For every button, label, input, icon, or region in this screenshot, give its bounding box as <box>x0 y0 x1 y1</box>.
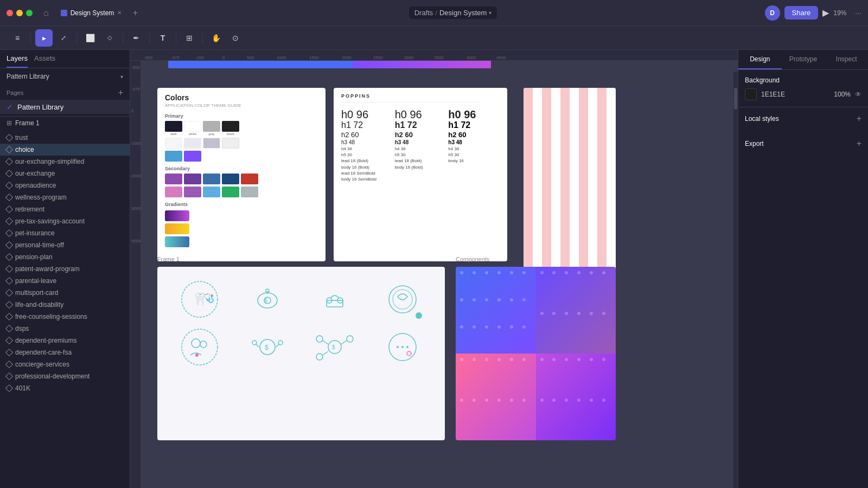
home-icon[interactable]: ⌂ <box>43 8 49 18</box>
active-tab[interactable]: Design System ✕ <box>54 4 129 22</box>
add-export-button[interactable]: + <box>857 139 861 149</box>
svg-point-25 <box>316 336 323 342</box>
health-icon: 🦷 🩺 <box>181 280 219 318</box>
layer-item[interactable]: choice <box>0 144 130 156</box>
layer-item[interactable]: pre-tax-savings-account <box>0 215 130 227</box>
more-icon[interactable]: ··· <box>855 9 861 17</box>
layer-item[interactable]: retirement <box>0 203 130 215</box>
layer-item[interactable]: pension-plan <box>0 251 130 263</box>
page-item-pattern-library[interactable]: ✓ Pattern Library <box>0 100 130 114</box>
minimize-button[interactable] <box>16 10 23 16</box>
pattern-library-chevron[interactable]: ▾ <box>120 74 123 80</box>
close-button[interactable] <box>7 10 13 16</box>
toolbar-right: D Share ▶ 19% ··· <box>765 5 861 21</box>
layer-item[interactable]: professional-development <box>0 370 130 382</box>
swatch-item <box>241 187 258 197</box>
scale-tool[interactable]: ⤢ <box>55 29 72 47</box>
frame-frame1[interactable]: 🦷 🩺 $ <box>157 267 445 440</box>
layer-item[interactable]: openaudience <box>0 179 130 191</box>
tab-inspect[interactable]: Inspect <box>825 50 868 69</box>
add-page-button[interactable]: + <box>118 88 123 98</box>
layer-item[interactable]: patent-award-program <box>0 263 130 275</box>
icon-group-6: $ <box>248 328 286 366</box>
tab-prototype[interactable]: Prototype <box>782 50 825 69</box>
canvas-area[interactable]: -500 -375 -250 0 500 1000 1500 2000 2500… <box>130 50 738 488</box>
svg-point-34 <box>406 346 409 348</box>
dot <box>522 358 526 361</box>
layer-item[interactable]: 401K <box>0 382 130 394</box>
visibility-icon[interactable]: 👁 <box>855 91 861 98</box>
dot <box>510 298 513 301</box>
font-small: h4 36h5 30lead 18 (Bold)body 16 (Bold)le… <box>341 146 393 182</box>
tab-design[interactable]: Design <box>738 50 782 69</box>
icon-group-8 <box>381 325 424 369</box>
layer-item[interactable]: our-exchange-simplified <box>0 156 130 168</box>
layer-item[interactable]: dependent-care-fsa <box>0 346 130 358</box>
frame-colors[interactable]: Colors APPLICATION COLOR THEME GUIDE Pri… <box>157 88 326 261</box>
bg-color-swatch[interactable] <box>745 88 757 100</box>
font-h0-bolder: h0 96 <box>448 109 500 120</box>
tool-separator-6 <box>202 33 203 43</box>
canvas-vertical-scrollbar[interactable] <box>733 72 738 488</box>
tab-label: Design System <box>71 9 114 17</box>
menu-button[interactable]: ≡ <box>9 29 26 47</box>
tab-close-icon[interactable]: ✕ <box>117 10 122 16</box>
layer-item[interactable]: dependent-premiums <box>0 335 130 346</box>
tab-assets[interactable]: Assets <box>34 54 55 68</box>
search-tool[interactable]: ⊙ <box>227 29 244 47</box>
frame-stripes[interactable] <box>524 88 616 280</box>
svg-text:$: $ <box>264 298 267 304</box>
dots-pattern-3 <box>456 354 536 440</box>
layer-label: professional-development <box>15 373 90 380</box>
shape-tool[interactable]: ◇ <box>101 29 118 47</box>
layer-item[interactable]: life-and-disability <box>0 299 130 311</box>
dots-pattern-4 <box>536 354 616 440</box>
ruler-mark: -375 <box>171 55 180 60</box>
breadcrumb-drafts[interactable]: Drafts <box>414 9 433 17</box>
layer-item[interactable]: multisport-card <box>0 287 130 299</box>
scrollbar-thumb[interactable] <box>734 88 737 110</box>
add-local-style-button[interactable]: + <box>857 114 861 124</box>
layer-item[interactable]: dsps <box>0 323 130 335</box>
pages-section: Pages + ✓ Pattern Library <box>0 85 130 117</box>
components-tool[interactable]: ⊞ <box>181 29 198 47</box>
gradient-bar-2 <box>165 223 189 234</box>
diamond-icon <box>5 325 13 332</box>
icon-cell-5 <box>168 325 232 369</box>
frame-components[interactable] <box>456 267 616 440</box>
frame-fonts[interactable]: POPPINS h0 96 h1 72 h2 60 h3 48 h4 36h5 … <box>334 88 507 261</box>
add-tab-button[interactable]: + <box>129 7 141 19</box>
svg-point-29 <box>316 354 323 360</box>
frame-tool[interactable]: ⬜ <box>81 29 99 47</box>
layer-item[interactable]: pet-insurance <box>0 227 130 239</box>
play-button[interactable]: ▶ <box>822 8 829 18</box>
layer-item[interactable]: personal-time-off <box>0 239 130 251</box>
layer-item[interactable]: trust <box>0 132 130 144</box>
icon-cell-4 <box>371 278 435 321</box>
dot <box>510 399 513 402</box>
layer-label: dependent-premiums <box>15 337 76 344</box>
dot <box>565 358 568 361</box>
move-tool[interactable]: ▸ <box>35 29 53 47</box>
dot <box>522 399 526 402</box>
tab-layers[interactable]: Layers <box>7 54 28 68</box>
dot <box>552 312 556 315</box>
layer-item[interactable]: free-counseling-sessions <box>0 311 130 323</box>
chevron-down-icon[interactable]: ▾ <box>489 10 492 16</box>
family-icon <box>181 328 219 366</box>
layer-item[interactable]: concierge-services <box>0 358 130 370</box>
maximize-button[interactable] <box>26 10 33 16</box>
breadcrumb-current[interactable]: Design System <box>439 9 487 17</box>
frame-group[interactable]: ⊞ Frame 1 <box>0 117 130 130</box>
share-button[interactable]: Share <box>784 6 819 20</box>
hand-tool[interactable]: ✋ <box>207 29 225 47</box>
background-section: Background 1E1E1E 100% 👁 <box>738 70 868 107</box>
layer-item[interactable]: parental-leave <box>0 275 130 287</box>
gradient-bar-3 <box>165 236 189 247</box>
local-styles-label: Local styles <box>745 115 779 123</box>
layer-item[interactable]: wellness-program <box>0 191 130 203</box>
secondary-row-1 <box>157 172 326 185</box>
text-tool[interactable]: T <box>154 29 171 47</box>
pen-tool[interactable]: ✒ <box>127 29 145 47</box>
layer-item[interactable]: our-exchange <box>0 168 130 179</box>
